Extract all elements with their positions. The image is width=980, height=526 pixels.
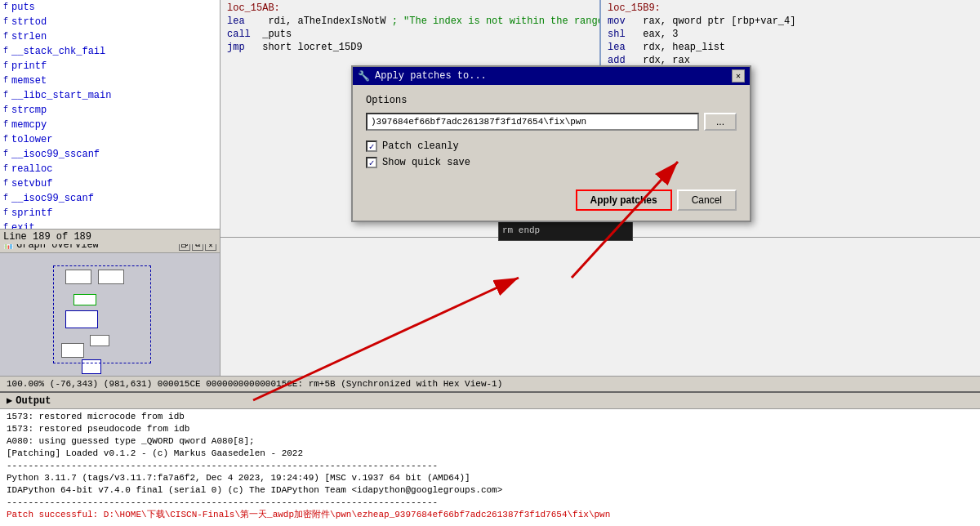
preview-line: rm endp <box>502 225 629 237</box>
dialog-titlebar: 🔧 Apply patches to... ✕ <box>353 67 750 85</box>
patch-path-input[interactable] <box>366 113 699 131</box>
dialog-footer: Apply patches Cancel <box>353 183 750 221</box>
modal-overlay: 🔧 Apply patches to... ✕ Options ... Patc… <box>0 0 980 526</box>
dialog-body: Options ... Patch cleanly Show quick sav… <box>353 85 750 183</box>
show-quick-save-label: Show quick save <box>382 157 470 168</box>
checkbox-row-2: Show quick save <box>366 157 737 168</box>
dialog-title: Apply patches to... <box>375 70 487 82</box>
dialog-icon: 🔧 <box>358 70 370 82</box>
input-row: ... <box>366 113 737 131</box>
dialog-close-button[interactable]: ✕ <box>732 69 745 82</box>
show-quick-save-checkbox[interactable] <box>366 157 377 168</box>
patch-cleanly-label: Patch cleanly <box>382 140 459 152</box>
browse-button[interactable]: ... <box>704 113 737 131</box>
patch-cleanly-checkbox[interactable] <box>366 140 377 152</box>
options-label: Options <box>366 95 737 106</box>
arrow-line-2 <box>253 278 519 400</box>
apply-patches-button[interactable]: Apply patches <box>576 189 672 211</box>
cancel-button[interactable]: Cancel <box>677 189 737 211</box>
checkbox-row-1: Patch cleanly <box>366 140 737 152</box>
dialog-titlebar-left: 🔧 Apply patches to... <box>358 70 487 82</box>
apply-patches-dialog: 🔧 Apply patches to... ✕ Options ... Patc… <box>351 65 751 222</box>
